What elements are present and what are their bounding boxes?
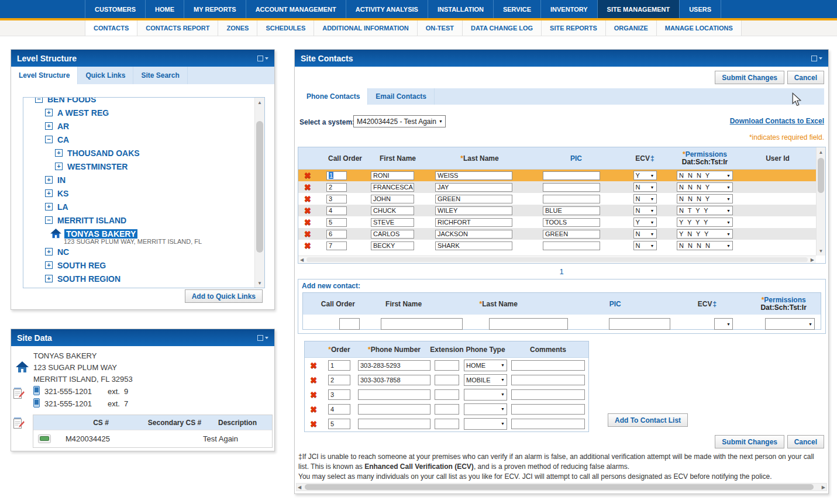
call-order-input[interactable]: 7 (326, 241, 347, 250)
permissions-select[interactable]: Y Y Y Y▼ (677, 218, 733, 227)
last-name-input[interactable]: SHARK (435, 241, 512, 250)
top-nav-tab-inventory[interactable]: INVENTORY (540, 0, 597, 18)
top-nav-tab-activity-analysis[interactable]: ACTIVITY ANALYSIS (346, 0, 428, 18)
pic-input[interactable] (543, 195, 600, 203)
last-name-input[interactable]: WILEY (435, 206, 512, 215)
top-nav-tab-account-management[interactable]: ACCOUNT MANAGEMENT (246, 0, 346, 18)
submit-changes-button-top[interactable]: Submit Changes (715, 71, 784, 84)
new-ecv-select[interactable]: ▼ (714, 318, 733, 330)
new-first-name-input[interactable] (381, 318, 463, 330)
tree-label-la[interactable]: LA (57, 202, 68, 212)
delete-phone-icon[interactable]: ✖ (310, 390, 317, 399)
pic-input[interactable]: BLUE (543, 206, 600, 215)
first-name-input[interactable]: FRANCESCA (371, 183, 414, 192)
permissions-select[interactable]: N N N Y▼ (677, 182, 733, 192)
delete-contact-icon[interactable]: ✖ (304, 218, 311, 227)
tab-phone-contacts[interactable]: Phone Contacts (299, 88, 368, 105)
tree-toggle-collapse-icon[interactable]: − (35, 97, 43, 103)
system-select[interactable]: M420034425 - Test Again ▼ (353, 115, 446, 127)
ecv-select[interactable]: N▼ (633, 194, 657, 203)
tree-label-merritt-island[interactable]: MERRITT ISLAND (57, 216, 126, 225)
phone-number-input[interactable]: 303-283-5293 (358, 360, 430, 371)
phone-type-select[interactable]: ▼ (464, 403, 507, 415)
delete-phone-icon[interactable]: ✖ (310, 419, 317, 429)
submit-changes-button-bottom[interactable]: Submit Changes (715, 435, 784, 448)
cancel-button-top[interactable]: Cancel (787, 71, 824, 84)
last-name-input[interactable]: RICHFORT (435, 218, 512, 227)
pic-input[interactable]: TOOLS (543, 218, 600, 227)
tree-toggle-expand-icon[interactable]: + (45, 122, 53, 130)
phone-number-input[interactable] (358, 419, 430, 429)
new-permissions-select[interactable]: ▼ (765, 318, 815, 330)
scroll-up-icon[interactable]: ▲ (255, 98, 264, 107)
phone-extension-input[interactable] (435, 419, 459, 429)
last-name-input[interactable]: WEISS (435, 171, 512, 180)
top-nav-tab-service[interactable]: SERVICE (493, 0, 540, 18)
contacts-h-scrollbar[interactable]: ◀ ▶ (298, 256, 816, 263)
scroll-down-icon[interactable]: ▼ (817, 246, 825, 256)
phone-type-select[interactable]: ▼ (464, 418, 507, 430)
phone-extension-input[interactable] (435, 375, 459, 385)
contacts-v-scrollbar[interactable]: ▲ ▼ (816, 147, 825, 256)
phone-comments-input[interactable] (511, 360, 585, 371)
call-order-input[interactable]: 1 (326, 171, 347, 180)
phone-order-input[interactable]: 5 (328, 419, 350, 429)
scroll-right-icon[interactable]: ▶ (822, 485, 825, 490)
top-nav-tab-users[interactable]: USERS (679, 0, 721, 18)
ecv-select[interactable]: Y▼ (633, 171, 657, 180)
add-to-contact-list-button[interactable]: Add To Contact List (608, 413, 688, 427)
first-name-input[interactable]: BECKY (371, 241, 414, 250)
last-name-input[interactable]: JACKSON (435, 230, 512, 239)
tree-toggle-expand-icon[interactable]: + (45, 248, 53, 256)
phone-number-input[interactable] (358, 404, 430, 415)
top-nav-tab-customers[interactable]: CUSTOMERS (85, 0, 145, 18)
scroll-left-icon[interactable]: ◀ (300, 257, 304, 263)
panel-menu-icon[interactable] (257, 56, 268, 61)
permissions-select[interactable]: N N N Y▼ (677, 171, 733, 180)
contacts-v-scrollbar-thumb[interactable] (818, 158, 824, 193)
call-order-input[interactable]: 5 (326, 218, 347, 227)
tree-label-thousand-oaks[interactable]: THOUSAND OAKS (67, 149, 140, 158)
delete-contact-icon[interactable]: ✖ (304, 171, 311, 180)
scroll-up-icon[interactable]: ▲ (817, 147, 825, 157)
phone-comments-input[interactable] (511, 419, 585, 429)
scroll-left-icon[interactable]: ◀ (298, 485, 301, 490)
tab-email-contacts[interactable]: Email Contacts (368, 88, 435, 105)
top-nav-tab-my-reports[interactable]: MY REPORTS (184, 0, 246, 18)
panel-menu-icon[interactable] (811, 56, 822, 61)
delete-phone-icon[interactable]: ✖ (310, 375, 317, 385)
sub-nav-tab-site-reports[interactable]: SITE REPORTS (542, 20, 606, 36)
top-nav-tab-installation[interactable]: INSTALLATION (428, 0, 493, 18)
phone-extension-input[interactable] (435, 404, 459, 415)
delete-phone-icon[interactable]: ✖ (310, 405, 317, 414)
edit-systems-icon[interactable] (13, 416, 25, 431)
permissions-select[interactable]: N N N N▼ (677, 241, 733, 250)
phone-extension-input[interactable] (435, 360, 459, 371)
pic-input[interactable] (543, 183, 600, 192)
tree-toggle-expand-icon[interactable]: + (45, 189, 53, 197)
tree-label-a-west-reg[interactable]: A WEST REG (57, 108, 109, 118)
tree-label-south-region[interactable]: SOUTH REGION (57, 274, 120, 284)
ecv-select[interactable]: N▼ (633, 182, 657, 192)
call-order-input[interactable]: 3 (326, 195, 347, 203)
tree-toggle-collapse-icon[interactable]: − (45, 216, 53, 224)
tree-toggle-expand-icon[interactable]: + (45, 275, 53, 282)
delete-contact-icon[interactable]: ✖ (304, 229, 311, 239)
tree-label-in[interactable]: IN (57, 175, 66, 185)
tree-toggle-expand-icon[interactable]: + (55, 163, 63, 170)
ecv-select[interactable]: N▼ (633, 241, 657, 250)
first-name-input[interactable]: JOHN (371, 195, 414, 203)
delete-contact-icon[interactable]: ✖ (304, 206, 311, 215)
pic-input[interactable] (543, 241, 600, 250)
tree-toggle-expand-icon[interactable]: + (45, 203, 53, 210)
tab-level-structure[interactable]: Level Structure (11, 67, 78, 84)
tree-label-nc[interactable]: NC (57, 247, 69, 257)
last-name-input[interactable]: GREEN (435, 195, 512, 203)
sub-nav-tab-contacts-report[interactable]: CONTACTS REPORT (137, 20, 218, 36)
tree-toggle-expand-icon[interactable]: + (55, 149, 63, 157)
call-order-input[interactable]: 4 (326, 206, 347, 215)
call-order-input[interactable]: 2 (326, 183, 347, 192)
sub-nav-tab-zones[interactable]: ZONES (218, 20, 257, 36)
panel-h-scrollbar-thumb[interactable] (305, 484, 814, 490)
sub-nav-tab-manage-locations[interactable]: MANAGE LOCATIONS (657, 20, 742, 36)
